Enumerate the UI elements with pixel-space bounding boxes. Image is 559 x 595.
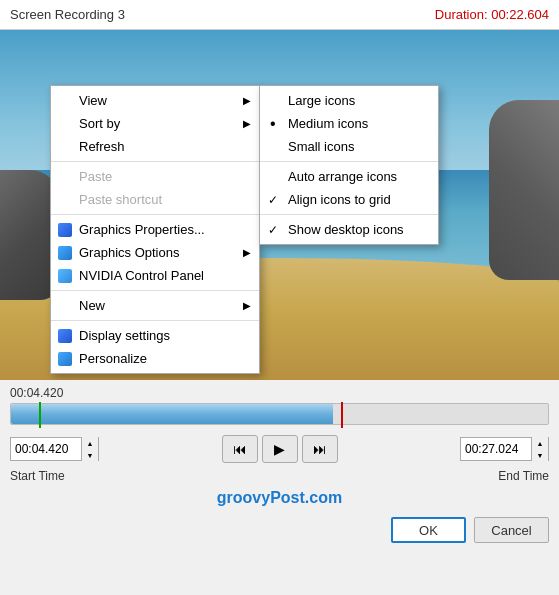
context-menu: View Sort by Refresh Paste Paste shortcu… <box>50 85 260 374</box>
end-time-input[interactable] <box>461 438 531 460</box>
bottom-buttons: OK Cancel <box>0 513 559 551</box>
start-time-spinner: ▲ ▼ <box>81 437 98 461</box>
sub-context-menu: Large icons • Medium icons Small icons A… <box>259 85 439 245</box>
title-bar: Screen Recording 3 Duration: 00:22.604 <box>0 0 559 30</box>
end-time-down[interactable]: ▼ <box>532 449 548 461</box>
duration-label: Duration: <box>435 7 488 22</box>
menu-item-paste[interactable]: Paste <box>51 165 259 188</box>
sub-item-show-desktop[interactable]: ✓ Show desktop icons <box>260 218 438 241</box>
ok-button[interactable]: OK <box>391 517 466 543</box>
menu-item-new[interactable]: New <box>51 294 259 317</box>
playback-controls: ⏮ ▶ ⏭ <box>105 435 454 463</box>
check-show-desktop: ✓ <box>268 223 278 237</box>
menu-item-display-settings[interactable]: Display settings <box>51 324 259 347</box>
menu-item-personalize[interactable]: Personalize <box>51 347 259 370</box>
nvidia-icon <box>57 268 73 284</box>
end-time-group: ▲ ▼ <box>460 437 549 461</box>
start-time-group: ▲ ▼ <box>10 437 99 461</box>
graphics-properties-icon <box>57 222 73 238</box>
start-time-input[interactable] <box>11 438 81 460</box>
video-area: View Sort by Refresh Paste Paste shortcu… <box>0 30 559 380</box>
step-forward-button[interactable]: ⏭ <box>302 435 338 463</box>
window-title: Screen Recording 3 <box>10 7 125 22</box>
end-marker-line <box>341 402 343 428</box>
sub-item-small-icons[interactable]: Small icons <box>260 135 438 158</box>
current-time-label: 00:04.420 <box>10 386 549 400</box>
menu-separator-1 <box>51 161 259 162</box>
personalize-icon <box>57 351 73 367</box>
start-time-up[interactable]: ▲ <box>82 437 98 449</box>
step-back-button[interactable]: ⏮ <box>222 435 258 463</box>
watermark: groovyPost.com <box>0 483 559 513</box>
duration-value: 00:22.604 <box>491 7 549 22</box>
sub-item-auto-arrange[interactable]: Auto arrange icons <box>260 165 438 188</box>
timeline-area: 00:04.420 <box>0 380 559 425</box>
menu-item-nvidia[interactable]: NVIDIA Control Panel <box>51 264 259 287</box>
rock-right <box>489 100 559 280</box>
start-time-down[interactable]: ▼ <box>82 449 98 461</box>
timeline-marker-end[interactable] <box>340 402 344 428</box>
menu-item-graphics-properties[interactable]: Graphics Properties... <box>51 218 259 241</box>
menu-item-sort-by[interactable]: Sort by <box>51 112 259 135</box>
menu-separator-4 <box>51 320 259 321</box>
menu-separator-2 <box>51 214 259 215</box>
play-button[interactable]: ▶ <box>262 435 298 463</box>
timeline-marker-start[interactable] <box>38 402 42 428</box>
context-menu-container: View Sort by Refresh Paste Paste shortcu… <box>50 85 439 374</box>
sub-item-align-grid[interactable]: ✓ Align icons to grid <box>260 188 438 211</box>
display-settings-icon <box>57 328 73 344</box>
graphics-options-icon <box>57 245 73 261</box>
menu-item-refresh[interactable]: Refresh <box>51 135 259 158</box>
controls-area: ▲ ▼ ⏮ ▶ ⏭ ▲ ▼ <box>0 429 559 469</box>
sub-separator-1 <box>260 161 438 162</box>
timeline-fill <box>11 404 333 424</box>
menu-item-graphics-options[interactable]: Graphics Options <box>51 241 259 264</box>
start-marker-line <box>39 402 41 428</box>
sub-item-medium-icons[interactable]: • Medium icons <box>260 112 438 135</box>
end-time-label: End Time <box>498 469 549 483</box>
duration: Duration: 00:22.604 <box>435 7 549 22</box>
menu-separator-3 <box>51 290 259 291</box>
end-time-up[interactable]: ▲ <box>532 437 548 449</box>
sub-item-large-icons[interactable]: Large icons <box>260 89 438 112</box>
cancel-button[interactable]: Cancel <box>474 517 549 543</box>
check-align-grid: ✓ <box>268 193 278 207</box>
start-time-label: Start Time <box>10 469 65 483</box>
timeline-track[interactable] <box>10 403 549 425</box>
end-time-spinner: ▲ ▼ <box>531 437 548 461</box>
menu-item-paste-shortcut[interactable]: Paste shortcut <box>51 188 259 211</box>
bullet-medium: • <box>270 116 276 132</box>
time-label-row: Start Time End Time <box>0 469 559 483</box>
menu-item-view[interactable]: View <box>51 89 259 112</box>
watermark-text: groovyPost.com <box>217 489 342 506</box>
sub-separator-2 <box>260 214 438 215</box>
